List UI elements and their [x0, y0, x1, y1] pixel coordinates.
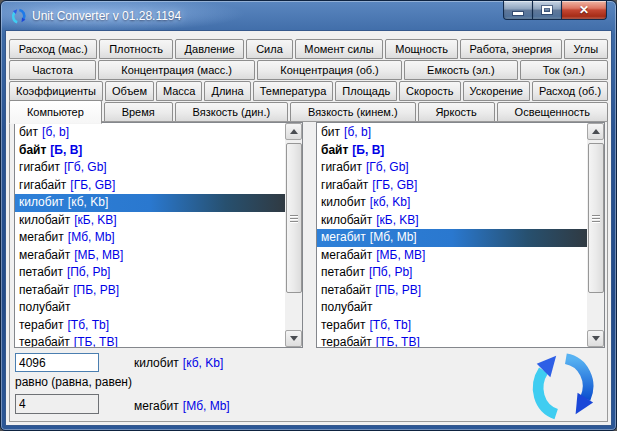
- tab[interactable]: Масса: [156, 81, 203, 101]
- scroll-up-button[interactable]: [587, 123, 604, 140]
- unit-list-item[interactable]: мегабит[Мб, Mb]: [15, 229, 285, 247]
- tab[interactable]: Яркость: [418, 102, 495, 122]
- scroll-down-button[interactable]: [587, 330, 604, 347]
- tab[interactable]: Площадь: [335, 81, 397, 101]
- tab-row: Расход (мас.)ПлотностьДавлениеСилаМомент…: [9, 38, 608, 59]
- triangle-up-icon: [592, 129, 600, 134]
- unit-list-item[interactable]: терабит[Тб, Tb]: [317, 317, 587, 335]
- unit-abbr: [кб, Kb]: [370, 195, 410, 209]
- to-unit-abbr: [Мб, Mb]: [183, 399, 230, 413]
- unit-list-item[interactable]: гигабит[Гб, Gb]: [317, 159, 587, 177]
- tab[interactable]: Ускорение: [463, 81, 530, 101]
- unit-list-item[interactable]: бит[б, b]: [317, 124, 587, 142]
- unit-list-item[interactable]: полубайт: [15, 299, 285, 317]
- tab-row: КомпьютерВремяВязкость (дин.)Вязкость (к…: [9, 101, 608, 122]
- unit-abbr: [б, b]: [42, 125, 69, 139]
- scroll-up-button[interactable]: [285, 123, 302, 140]
- unit-list-item[interactable]: терабайт[ТБ, TB]: [15, 334, 285, 347]
- unit-list-item[interactable]: мегабайт[МБ, MB]: [317, 247, 587, 265]
- unit-list-item[interactable]: байт[Б, B]: [317, 142, 587, 160]
- unit-abbr: [Б, B]: [50, 143, 82, 157]
- amount-input[interactable]: [15, 353, 99, 372]
- triangle-down-icon: [290, 336, 298, 341]
- unit-list-item[interactable]: килобит[кб, Kb]: [15, 194, 285, 212]
- tab[interactable]: Ток (эл.): [520, 60, 608, 80]
- tab[interactable]: Емкость (эл.): [404, 60, 518, 80]
- unit-list-item[interactable]: петабайт[ПБ, PB]: [15, 282, 285, 300]
- from-unit-list[interactable]: бит[б, b]байт[Б, B]гигабит[Гб, Gb]гигаба…: [14, 122, 303, 348]
- unit-list-item[interactable]: петабит[Пб, Pb]: [317, 264, 587, 282]
- unit-list-item[interactable]: мегабайт[МБ, MB]: [15, 247, 285, 265]
- unit-list-item[interactable]: бит[б, b]: [15, 124, 285, 142]
- thumb-grip: [290, 215, 298, 216]
- tab[interactable]: Концентрация (масс.): [98, 60, 255, 80]
- unit-name: мегабит: [321, 230, 366, 244]
- unit-name: байт: [19, 143, 46, 157]
- unit-list-item[interactable]: байт[Б, B]: [15, 142, 285, 160]
- tab-active[interactable]: Компьютер: [9, 100, 102, 124]
- tab[interactable]: Работа, энергия: [460, 39, 562, 59]
- maximize-button[interactable]: [533, 1, 561, 20]
- tab[interactable]: Температура: [253, 81, 334, 101]
- to-unit-list[interactable]: бит[б, b]байт[Б, B]гигабит[Гб, Gb]гигаба…: [316, 122, 605, 348]
- tab[interactable]: Вязкость (кинем.): [290, 102, 415, 122]
- unit-list-item[interactable]: гигабит[Гб, Gb]: [15, 159, 285, 177]
- unit-list-item[interactable]: терабайт[ТБ, TB]: [317, 334, 587, 347]
- tab-row: ЧастотаКонцентрация (масс.)Концентрация …: [9, 59, 608, 80]
- unit-name: петабайт: [321, 283, 371, 297]
- tab[interactable]: Мощность: [385, 39, 457, 59]
- unit-abbr: [ТБ, TB]: [74, 335, 118, 347]
- tab[interactable]: Объем: [105, 81, 154, 101]
- tab[interactable]: Частота: [9, 60, 96, 80]
- scrollbar-thumb[interactable]: [286, 143, 302, 293]
- close-button[interactable]: ✕: [561, 1, 607, 20]
- thumb-grip: [592, 221, 600, 222]
- tab[interactable]: Расход (об.): [532, 81, 608, 101]
- unit-abbr: [ТБ, TB]: [376, 335, 420, 347]
- tab[interactable]: Освещенность: [497, 102, 608, 122]
- triangle-up-icon: [290, 129, 298, 134]
- tab[interactable]: Давление: [175, 39, 245, 59]
- unit-list-item[interactable]: килобит[кб, Kb]: [317, 194, 587, 212]
- unit-name: терабит: [321, 318, 365, 332]
- sync-arrows-logo-icon: [527, 349, 597, 423]
- unit-name: гигабайт: [321, 178, 368, 192]
- tab[interactable]: Скорость: [399, 81, 460, 101]
- tab[interactable]: Момент силы: [295, 39, 384, 59]
- unit-name: гигабит: [321, 160, 362, 174]
- unit-list-item[interactable]: петабит[Пб, Pb]: [15, 264, 285, 282]
- tab[interactable]: Углы: [564, 39, 608, 59]
- tab[interactable]: Концентрация (об.): [257, 60, 402, 80]
- tab[interactable]: Коэффициенты: [9, 81, 103, 101]
- to-list-scrollbar[interactable]: [587, 123, 604, 347]
- unit-list-item[interactable]: мегабит[Мб, Mb]: [317, 229, 587, 247]
- unit-list-item[interactable]: килобайт[кБ, KB]: [15, 212, 285, 230]
- from-unit-abbr: [кб, Kb]: [183, 356, 223, 370]
- tab[interactable]: Плотность: [99, 39, 172, 59]
- scroll-down-button[interactable]: [285, 330, 302, 347]
- unit-list-item[interactable]: петабайт[ПБ, PB]: [317, 282, 587, 300]
- unit-name: гигабит: [19, 160, 60, 174]
- from-list-scrollbar[interactable]: [285, 123, 302, 347]
- result-field[interactable]: [15, 394, 99, 414]
- unit-list-item[interactable]: гигабайт[ГБ, GB]: [317, 177, 587, 195]
- unit-list-item[interactable]: терабит[Тб, Tb]: [15, 317, 285, 335]
- computer-tab-page: бит[б, b]байт[Б, B]гигабит[Гб, Gb]гигаба…: [9, 121, 608, 422]
- unit-abbr: [МБ, MB]: [74, 248, 123, 262]
- scrollbar-thumb[interactable]: [588, 143, 604, 293]
- unit-list-item[interactable]: килобайт[кБ, KB]: [317, 212, 587, 230]
- tab[interactable]: Вязкость (дин.): [175, 102, 288, 122]
- tab[interactable]: Расход (мас.): [9, 39, 97, 59]
- tab[interactable]: Время: [104, 102, 173, 122]
- tab[interactable]: Сила: [246, 39, 292, 59]
- minimize-button[interactable]: [503, 1, 533, 20]
- unit-list-item[interactable]: полубайт: [317, 299, 587, 317]
- unit-name: бит: [19, 125, 38, 139]
- unit-list-item[interactable]: гигабайт[ГБ, GB]: [15, 177, 285, 195]
- unit-abbr: [б, b]: [344, 125, 371, 139]
- unit-abbr: [Пб, Pb]: [67, 265, 111, 279]
- to-unit-label: мегабит[Мб, Mb]: [134, 399, 230, 413]
- tab[interactable]: Длина: [204, 81, 250, 101]
- unit-name: мегабит: [19, 230, 64, 244]
- thumb-grip: [592, 218, 600, 219]
